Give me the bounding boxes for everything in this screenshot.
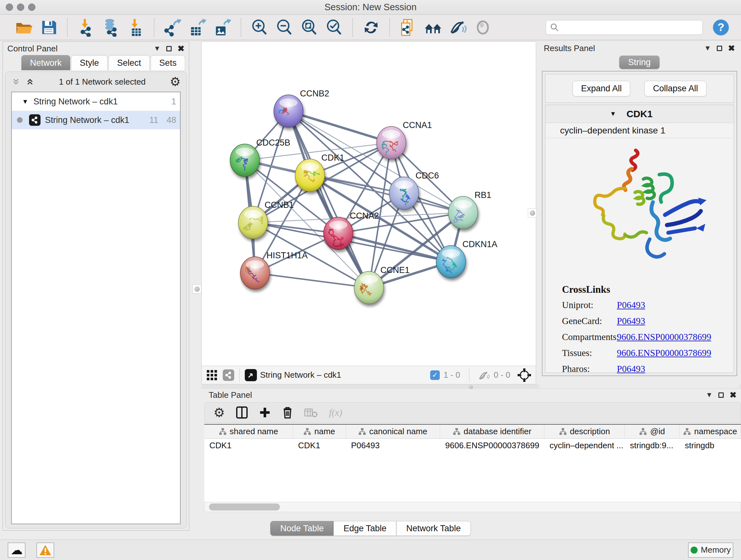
crosslink-tissues-link[interactable]: 9606.ENSP00000378699 [617,348,711,358]
tab-style[interactable]: Style [71,55,108,70]
help-button[interactable]: ? [711,17,731,37]
cell-database-identifier: 9606.ENSP00000378699 [440,439,544,453]
export-network-button[interactable] [163,17,183,37]
tab-edge-table[interactable]: Edge Table [333,521,396,536]
tab-select[interactable]: Select [109,55,150,70]
gene-section-header[interactable]: ▼ CDK1 [545,105,734,123]
delete-table-icon-disabled [304,407,318,418]
network-canvas[interactable]: CCNB2CCNA1CDC25BCDK1CDC6RB1CCNB1CCNA2CDK… [201,42,536,384]
clone-network-button[interactable] [398,17,418,37]
gene-description: cyclin–dependent kinase 1 [545,123,734,138]
collection-expander-icon[interactable]: ▼ [22,98,28,105]
crosslink-row: Uniprot: P06493 [562,300,734,310]
tab-node-table[interactable]: Node Table [270,521,333,536]
network-graph[interactable]: CCNB2CCNA1CDC25BCDK1CDC6RB1CCNB1CCNA2CDK… [202,42,536,366]
refresh-icon [362,18,381,37]
crosslink-genecard-link[interactable]: P06493 [617,316,645,326]
export-table-button[interactable] [188,17,207,37]
collapse-all-icon[interactable] [11,77,21,86]
table-panel-menu-icon[interactable]: ▼ [705,391,713,399]
zoom-fit-button[interactable] [299,17,319,37]
right-splitter[interactable] [536,42,539,384]
table-panel-float-icon[interactable] [718,392,724,398]
column-header-shared-name[interactable]: shared name [204,425,293,438]
search-input[interactable] [559,22,693,32]
tab-network-table[interactable]: Network Table [396,521,471,536]
gene-expander-icon[interactable]: ▼ [610,110,616,118]
warnings-button[interactable] [37,543,54,558]
scrollbar-thumb[interactable] [209,503,280,510]
import-network-from-database-button[interactable] [101,17,121,37]
expand-all-icon[interactable] [25,77,35,86]
hide-panel-button[interactable] [448,17,468,37]
detach-view-icon[interactable] [245,369,257,381]
node-CDC6[interactable] [389,177,419,209]
cloud-status-button[interactable]: ☁ [8,543,25,558]
control-panel-float-icon[interactable] [166,46,172,51]
show-columns-icon[interactable] [236,406,248,419]
node-CDC25B[interactable] [230,144,259,177]
import-network-button[interactable] [76,17,96,37]
network-badge-icon[interactable] [223,369,234,381]
crosslink-pharos-link[interactable]: P06493 [617,364,645,374]
delete-icon[interactable] [282,406,293,419]
selected-checkbox[interactable]: ✓ [430,370,440,380]
node-CDK1[interactable] [295,159,325,192]
expand-all-button[interactable]: Expand All [572,81,630,97]
zoom-selected-button[interactable] [324,17,344,37]
node-label-CCNB1: CCNB1 [265,200,294,210]
results-panel-float-icon[interactable] [717,46,722,51]
tab-sets[interactable]: Sets [151,55,185,70]
results-panel-menu-icon[interactable]: ▼ [704,44,711,52]
import-table-button[interactable] [126,17,145,37]
crosslink-compartments-link[interactable]: 9606.ENSP00000378699 [617,332,711,342]
save-session-button[interactable] [39,17,59,37]
right-splitter-handle[interactable] [528,208,537,217]
edge-CCNB2-CCNE1[interactable] [288,111,369,288]
results-panel-close-icon[interactable]: ✖ [728,44,735,53]
tab-network[interactable]: Network [21,55,70,70]
home-view-button[interactable] [423,17,443,37]
node-CDKN1A[interactable] [436,246,466,278]
export-image-button[interactable] [212,17,232,37]
show-panel-button[interactable] [473,17,493,37]
network-row[interactable]: String Network – cdk1 11 48 [12,111,180,129]
network-edges[interactable] [245,111,463,288]
node-HIST1H1A[interactable] [240,257,270,289]
apply-layout-button[interactable] [361,17,381,37]
edge-CCNB2-CCNA1[interactable] [288,111,391,143]
column-header-description[interactable]: description [544,425,625,438]
column-header-database-identifier[interactable]: database identifier [440,425,544,438]
node-CCNA2[interactable] [324,217,353,250]
birds-eye-icon[interactable] [517,368,531,382]
network-options-gear-icon[interactable]: ⚙ [170,76,181,88]
column-header-namespace[interactable]: namespace [680,425,741,438]
zoom-in-button[interactable] [250,17,269,37]
zoom-out-button[interactable] [274,17,294,37]
crosslink-uniprot-link[interactable]: P06493 [617,300,645,310]
network-collection-row[interactable]: ▼ String Network – cdk1 1 [12,92,180,111]
table-row[interactable]: CDK1 CDK1 P06493 9606.ENSP00000378699 cy… [204,439,741,453]
add-column-icon[interactable] [259,407,271,419]
node-CCNA1[interactable] [377,126,406,159]
tab-string[interactable]: String [619,56,660,69]
node-CCNE1[interactable] [354,271,384,304]
table-horizontal-scrollbar[interactable] [204,502,741,512]
edge-HIST1H1A-CCNE1[interactable] [255,273,369,288]
control-panel-menu-icon[interactable]: ▼ [153,44,160,53]
node-table[interactable]: shared name name canonical name [204,424,741,502]
memory-button[interactable]: Memory [688,543,733,558]
table-panel-close-icon[interactable]: ✖ [730,390,737,400]
node-RB1[interactable] [448,196,478,229]
open-session-button[interactable] [14,17,34,37]
column-header-name[interactable]: name [293,425,346,438]
table-options-gear-icon[interactable]: ⚙ [213,406,225,419]
column-header-id[interactable]: @id [625,425,680,438]
grid-view-icon[interactable] [206,369,218,381]
node-CCNB1[interactable] [239,206,268,239]
collapse-all-button[interactable]: Collapse All [644,81,706,97]
control-panel-close-icon[interactable]: ✖ [178,44,185,54]
node-CCNB2[interactable] [274,95,303,127]
left-splitter-handle[interactable] [192,285,201,294]
column-header-canonical-name[interactable]: canonical name [346,425,440,438]
